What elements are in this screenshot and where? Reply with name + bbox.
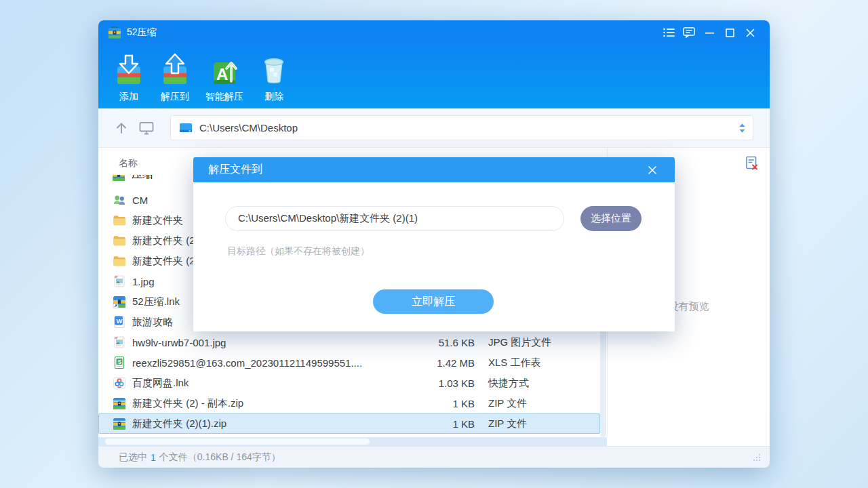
add-archive-icon: [113, 50, 144, 87]
dialog-close-icon[interactable]: [645, 163, 660, 178]
feedback-icon[interactable]: [679, 24, 699, 41]
status-prefix: 已选中: [119, 451, 147, 464]
address-bar: C:\Users\CM\Desktop: [98, 108, 770, 148]
extract-now-button[interactable]: 立即解压: [373, 289, 494, 314]
title-bar: 52压缩: [98, 20, 770, 45]
desktop-icon[interactable]: [139, 121, 154, 135]
smart-extract-icon: A: [209, 50, 240, 87]
xls-sheet-icon: S: [113, 356, 126, 369]
delete-icon: [258, 50, 290, 87]
toolbar-label: 智能解压: [205, 91, 243, 103]
list-item-image[interactable]: hw9lv-urwb7-001.jpg 51.6 KB JPG 图片文件: [98, 332, 600, 352]
close-button[interactable]: [740, 24, 760, 41]
status-suffix: 个文件（0.16KB / 164字节）: [159, 451, 281, 464]
list-item-spreadsheet[interactable]: S reexzli529851@163.com_2023011211495995…: [98, 352, 600, 373]
toolbar-label: 删除: [264, 91, 283, 103]
archive-icon: [112, 175, 125, 182]
path-combobox[interactable]: C:\Users\CM\Desktop: [170, 115, 753, 140]
status-count: 1: [151, 452, 156, 463]
toolbar-smart-extract-button[interactable]: A 智能解压: [201, 49, 248, 104]
toolbar-add-button[interactable]: 添加: [109, 49, 149, 104]
extract-path-input[interactable]: [225, 206, 564, 231]
hscroll-track[interactable]: [98, 437, 607, 446]
combo-spinner-icon[interactable]: [738, 123, 746, 134]
toolbar-extract-to-button[interactable]: 解压到: [155, 49, 195, 104]
choose-location-button[interactable]: 选择位置: [580, 206, 642, 231]
svg-text:S: S: [118, 359, 122, 365]
toolbar: 添加 解压到 A 智能解压 删除: [98, 45, 770, 108]
up-arrow-icon[interactable]: [115, 121, 128, 135]
toolbar-label: 解压到: [161, 91, 189, 103]
dialog-body: 选择位置 目标路径（如果不存在将被创建） 立即解压: [193, 182, 675, 331]
hscroll-thumb[interactable]: [105, 439, 370, 445]
path-drive-icon: [179, 123, 193, 134]
toolbar-label: 添加: [119, 91, 138, 103]
app-logo-icon: [108, 26, 121, 39]
list-view-icon[interactable]: [658, 24, 679, 41]
horizontal-scrollbar: [98, 437, 770, 446]
image-file-icon: [113, 336, 126, 349]
list-item-zip-selected[interactable]: 新建文件夹 (2)(1).zip 1 KB ZIP 文件: [98, 413, 600, 434]
list-item-zip[interactable]: 新建文件夹 (2) - 副本.zip 1 KB ZIP 文件: [98, 393, 600, 413]
archive-icon: [113, 396, 126, 410]
baidu-netdisk-icon: [113, 376, 126, 390]
window-title: 52压缩: [127, 26, 157, 39]
dialog-header: 解压文件到: [193, 157, 675, 182]
archive-shortcut-icon: [113, 295, 126, 308]
extract-dialog: 解压文件到 选择位置 目标路径（如果不存在将被创建） 立即解压: [193, 157, 675, 331]
archive-icon: [113, 417, 126, 430]
folder-icon: [113, 234, 126, 247]
no-preview-doc-icon[interactable]: [745, 156, 759, 174]
toolbar-delete-button[interactable]: 删除: [254, 49, 294, 104]
svg-text:W: W: [117, 317, 123, 325]
resize-grip[interactable]: [752, 453, 762, 462]
word-doc-icon: W: [113, 315, 126, 329]
target-path-hint: 目标路径（如果不存在将被创建）: [227, 245, 370, 258]
folder-icon: [113, 214, 126, 227]
user-folder-icon: [113, 193, 126, 207]
current-path: C:\Users\CM\Desktop: [199, 122, 738, 134]
image-file-icon: [113, 274, 126, 288]
list-item-shortcut[interactable]: 百度网盘.lnk 1.03 KB 快捷方式: [98, 373, 600, 393]
minimize-button[interactable]: [699, 24, 719, 41]
dialog-title: 解压文件到: [208, 163, 645, 177]
folder-icon: [113, 254, 126, 268]
maximize-button[interactable]: [719, 24, 740, 41]
status-bar: 已选中 1 个文件（0.16KB / 164字节）: [98, 446, 770, 468]
extract-to-icon: [159, 50, 191, 87]
vertical-scrollbar[interactable]: [600, 325, 606, 437]
